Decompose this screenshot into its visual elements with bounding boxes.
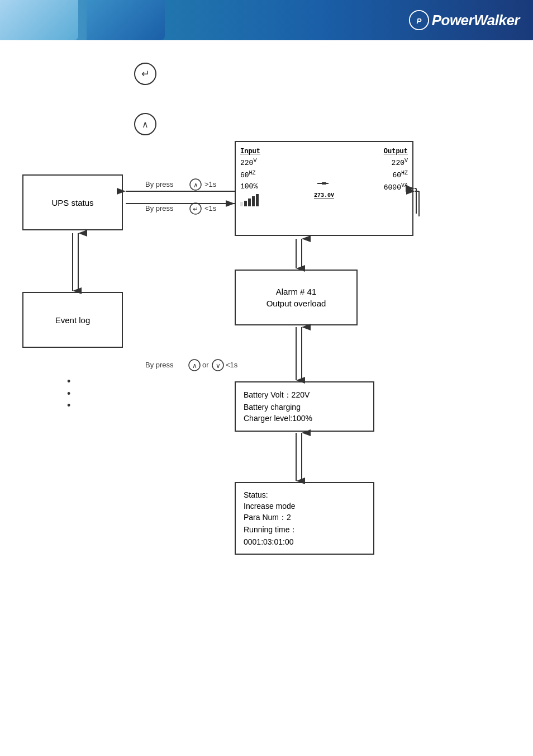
status-box: Status: Increase mode Para Num：2 Running… <box>235 482 374 555</box>
enter-key-symbol: ↵ <box>134 63 156 85</box>
powerwalker-logo-icon: P <box>408 10 430 31</box>
svg-text:∧: ∧ <box>192 362 197 370</box>
svg-text:By press: By press <box>145 204 174 212</box>
bar-1 <box>240 202 243 206</box>
svg-text:<1s: <1s <box>226 361 238 369</box>
lcd-output-va: 6000VA <box>334 181 408 193</box>
lcd-input-label: Input <box>240 147 315 157</box>
event-log-label: Event log <box>55 315 91 325</box>
header: P PowerWalker <box>0 0 533 40</box>
svg-text:P: P <box>416 17 421 25</box>
logo: P PowerWalker <box>408 10 520 31</box>
alarm-box: Alarm # 41 Output overload <box>235 270 358 325</box>
status-line2: Increase mode <box>244 502 365 511</box>
svg-point-15 <box>190 203 201 214</box>
svg-text:∨: ∨ <box>216 362 221 370</box>
lcd-input-voltage: 220V <box>240 157 315 169</box>
bar-3 <box>248 199 251 206</box>
svg-text:By press: By press <box>145 180 174 188</box>
enter-key-section: ↵ <box>134 63 511 85</box>
svg-text:or: or <box>202 361 209 369</box>
main-content: ↵ ∧ UPS status Event log • • • Input 220… <box>0 40 533 599</box>
lcd-bar-graph <box>240 194 315 206</box>
svg-text:>1s: >1s <box>204 180 217 188</box>
bar-2 <box>244 201 247 206</box>
svg-rect-2 <box>322 182 326 185</box>
up-key-symbol: ∧ <box>134 113 156 135</box>
lcd-input-section: Input 220V 60HZ 100% <box>240 147 315 230</box>
svg-text:<1s: <1s <box>204 204 217 212</box>
status-line3: Para Num：2 <box>244 513 365 523</box>
lcd-output-label: Output <box>334 147 408 157</box>
svg-text:By press: By press <box>145 361 174 369</box>
battery-line3: Charger level:100% <box>244 414 365 423</box>
lcd-input-load: 100% <box>240 181 315 192</box>
svg-text:↵: ↵ <box>193 205 198 213</box>
svg-point-26 <box>189 360 200 371</box>
lcd-center-voltage: 273.0V <box>314 192 334 199</box>
bar-5 <box>256 194 259 206</box>
status-line4: Running time： <box>244 525 365 535</box>
ups-status-label: UPS status <box>51 198 93 207</box>
lcd-output-voltage: 220V <box>334 157 408 169</box>
plug-icon <box>317 178 331 189</box>
status-line5: 0001:03:01:00 <box>244 537 365 546</box>
svg-rect-4 <box>326 183 329 184</box>
dots-section: • • • <box>67 376 70 412</box>
alarm-description: Output overload <box>266 299 326 308</box>
status-line1: Status: <box>244 490 365 499</box>
lcd-box: Input 220V 60HZ 100% <box>235 141 413 236</box>
header-tab-left <box>0 0 78 40</box>
svg-point-10 <box>190 179 201 190</box>
logo-text: PowerWalker <box>432 12 520 29</box>
battery-box: Battery Volt：220V Battery charging Charg… <box>235 381 374 432</box>
battery-line2: Battery charging <box>244 403 365 412</box>
lcd-output-freq: 60HZ <box>334 169 408 181</box>
battery-line1: Battery Volt：220V <box>244 390 365 400</box>
event-log-box: Event log <box>22 292 123 348</box>
alarm-title: Alarm # 41 <box>276 287 317 296</box>
lcd-output-section: Output 220V 60HZ 6000VA <box>334 147 408 230</box>
diagram-wrapper: UPS status Event log • • • Input 220V 60… <box>22 141 480 588</box>
svg-point-29 <box>212 360 223 371</box>
lcd-center-section: 273.0V <box>316 147 332 230</box>
ups-status-box: UPS status <box>22 174 123 230</box>
up-key-section: ∧ <box>134 113 511 135</box>
svg-text:∧: ∧ <box>193 181 198 189</box>
bar-4 <box>252 196 255 206</box>
svg-rect-3 <box>317 183 322 184</box>
lcd-input-freq: 60HZ <box>240 169 315 181</box>
header-tab-mid <box>87 0 165 40</box>
